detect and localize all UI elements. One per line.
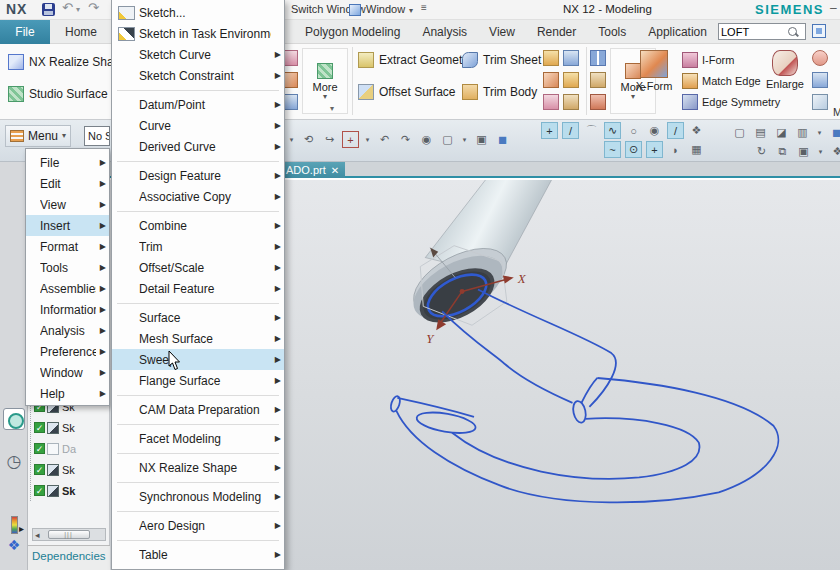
- scroll-thumb[interactable]: |||: [48, 530, 90, 539]
- rotate-reuse-icon[interactable]: ⟲: [300, 131, 317, 148]
- select-target-icon[interactable]: ◉: [418, 131, 435, 148]
- insert-menu-item[interactable]: Table ▶: [112, 544, 284, 565]
- trim-sheet-button[interactable]: Trim Sheet: [462, 52, 541, 68]
- selection-filter-combo[interactable]: No Sel: [84, 126, 110, 146]
- view-cube-icon[interactable]: ◼: [828, 124, 840, 141]
- rectangle-select-icon[interactable]: ▢: [439, 131, 456, 148]
- undo-icon[interactable]: ↶: [62, 0, 73, 15]
- surface-ops-launcher-icon[interactable]: ▾: [330, 104, 334, 113]
- lasso-icon[interactable]: ▢: [731, 124, 748, 141]
- main-menu-item[interactable]: View ▶: [26, 194, 109, 215]
- undo-view-icon[interactable]: ↶: [376, 131, 393, 148]
- arc-snap-icon[interactable]: ⌒: [583, 122, 600, 139]
- refresh-icon[interactable]: ↻: [753, 143, 770, 160]
- save-icon[interactable]: [42, 3, 55, 16]
- window-layout-icon[interactable]: ▥: [794, 124, 811, 141]
- i-form-button[interactable]: I-Form: [682, 52, 734, 68]
- surface-more-button[interactable]: More ▾: [302, 48, 348, 114]
- insert-menu-item[interactable]: Aero Design ▶: [112, 515, 284, 536]
- edit-object-display-icon[interactable]: ◪: [773, 124, 790, 141]
- navigator-hscrollbar[interactable]: ◂ |||: [32, 528, 106, 541]
- shaded-view-icon[interactable]: ▣: [473, 131, 490, 148]
- scroll-left-icon[interactable]: ◂: [33, 530, 42, 540]
- insert-menu-item[interactable]: [112, 391, 284, 399]
- insert-menu-item[interactable]: [112, 507, 284, 515]
- rectangle-select-caret[interactable]: ▾: [460, 131, 469, 148]
- main-menu-item[interactable]: Insert ▶: [26, 215, 109, 236]
- face-snap-icon[interactable]: ❖: [688, 122, 705, 139]
- main-menu-item[interactable]: Format ▶: [26, 236, 109, 257]
- insert-menu-item[interactable]: Sweep ▶: [112, 349, 284, 370]
- insert-menu-item[interactable]: Synchronous Modeling ▶: [112, 486, 284, 507]
- history-clock-icon[interactable]: ◷: [3, 450, 25, 472]
- command-search-input[interactable]: [719, 25, 787, 38]
- midpoint-icon[interactable]: /: [667, 122, 684, 139]
- window-menu-button[interactable]: Window: [366, 3, 405, 15]
- surface-misc-icon[interactable]: [543, 94, 559, 110]
- insert-menu-item[interactable]: Design Feature ▶: [112, 165, 284, 186]
- line-snap-icon[interactable]: /: [562, 122, 579, 139]
- insert-menu-item[interactable]: [112, 536, 284, 544]
- insert-menu-item[interactable]: [112, 157, 284, 165]
- insert-menu-item[interactable]: Flange Surface ▶: [112, 370, 284, 391]
- minimize-button[interactable]: –: [830, 1, 837, 15]
- insert-menu-item[interactable]: Sketch in Task Environment: [112, 23, 284, 44]
- ribbon-tab[interactable]: Application: [648, 25, 707, 39]
- extract-geometry-button[interactable]: Extract Geometry: [358, 52, 472, 68]
- main-menu-item[interactable]: File ▶: [26, 152, 109, 173]
- edit-extra-icon[interactable]: [590, 72, 606, 88]
- enlarge-button[interactable]: Enlarge: [762, 50, 808, 90]
- surface-misc-icon[interactable]: [543, 50, 559, 66]
- insert-menu-item[interactable]: Datum/Point ▶: [112, 94, 284, 115]
- insert-menu-item[interactable]: NX Realize Shape ▶: [112, 457, 284, 478]
- tab-file[interactable]: File: [0, 20, 50, 44]
- display-caret[interactable]: ▾: [816, 143, 825, 160]
- edit-misc-icon[interactable]: [812, 50, 828, 66]
- insert-menu-item[interactable]: [112, 478, 284, 486]
- offset-surface-button[interactable]: Offset Surface: [358, 84, 455, 100]
- main-menu-item[interactable]: Tools ▶: [26, 257, 109, 278]
- main-menu-item[interactable]: Analysis ▶: [26, 320, 109, 341]
- navigator-row[interactable]: ✓ Sk: [34, 459, 108, 480]
- roles-icon[interactable]: [3, 408, 25, 430]
- main-menu-item[interactable]: Window ▶: [26, 362, 109, 383]
- window-caret-icon[interactable]: ▾: [409, 6, 413, 15]
- circle-center-icon[interactable]: ◉: [646, 122, 663, 139]
- intersection-icon[interactable]: +: [646, 141, 663, 158]
- layout-caret[interactable]: ▾: [815, 124, 824, 141]
- display-mode-icon[interactable]: ▣: [795, 143, 812, 160]
- insert-menu-item[interactable]: Curve ▶: [112, 115, 284, 136]
- edge-symmetry-button[interactable]: Edge Symmetry: [682, 94, 780, 110]
- nx-realize-shape-button[interactable]: NX Realize Shape: [8, 54, 127, 70]
- part-file-tab[interactable]: ADO.prt ✕: [280, 162, 345, 178]
- insert-menu-item[interactable]: Surface ▶: [112, 307, 284, 328]
- filter-combo-caret[interactable]: ▾: [287, 131, 296, 148]
- x-form-button[interactable]: X-Form: [632, 50, 676, 92]
- insert-menu-item[interactable]: Detail Feature ▶: [112, 278, 284, 299]
- insert-menu-item[interactable]: CAM Data Preparation ▶: [112, 399, 284, 420]
- trim-body-button[interactable]: Trim Body: [462, 84, 537, 100]
- main-menu-item[interactable]: Assemblies ▶: [26, 278, 109, 299]
- insert-menu-item[interactable]: Derived Curve ▶: [112, 136, 284, 157]
- render-style-icon[interactable]: ❖: [829, 143, 840, 160]
- solid-cube-icon[interactable]: ◼: [494, 131, 511, 148]
- insert-menu-item[interactable]: [112, 420, 284, 428]
- color-palette-icon[interactable]: ▸: [3, 514, 25, 536]
- redo-selection-icon[interactable]: ↪: [321, 131, 338, 148]
- edit-misc-icon[interactable]: [812, 94, 828, 110]
- main-menu-item[interactable]: Edit ▶: [26, 173, 109, 194]
- undo-caret-icon[interactable]: ▾: [76, 5, 80, 14]
- insert-menu-item[interactable]: Combine ▶: [112, 215, 284, 236]
- ribbon-tab[interactable]: Tools: [598, 25, 626, 39]
- checkbox-icon[interactable]: ✓: [34, 464, 45, 475]
- insert-menu-item[interactable]: [112, 449, 284, 457]
- insert-menu-item[interactable]: Mesh Surface ▶: [112, 328, 284, 349]
- spline-point-icon[interactable]: ~: [604, 141, 621, 158]
- center-snap-icon[interactable]: ⊙: [625, 141, 642, 158]
- edit-extra-icon[interactable]: [590, 50, 606, 66]
- match-edge-button[interactable]: Match Edge: [682, 73, 761, 89]
- redo-icon[interactable]: ↷: [88, 0, 99, 15]
- quadrant-point-icon[interactable]: ○: [625, 122, 642, 139]
- menu-button[interactable]: Menu ▾: [5, 125, 71, 147]
- insert-menu-item[interactable]: Offset/Scale ▶: [112, 257, 284, 278]
